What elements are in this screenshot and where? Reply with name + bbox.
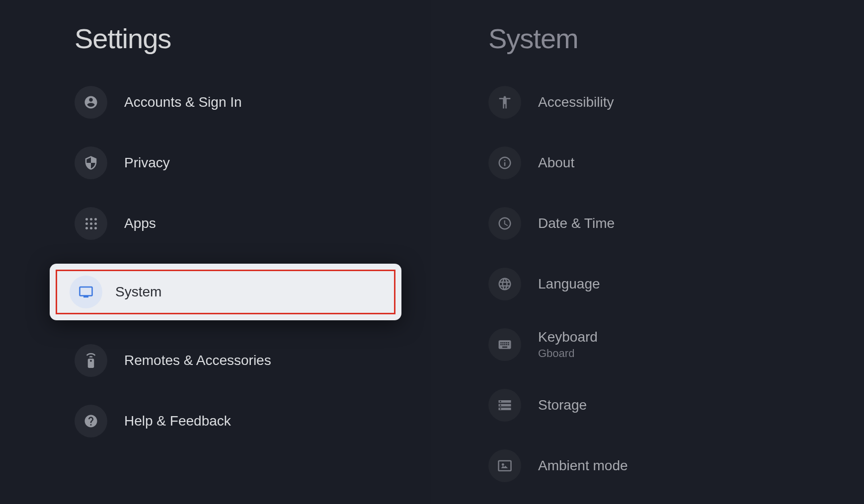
clock-icon [488, 207, 521, 240]
menu-item-apps[interactable]: Apps [75, 203, 431, 244]
menu-label: Date & Time [538, 216, 615, 231]
menu-item-remotes[interactable]: Remotes & Accessories [75, 340, 431, 381]
apps-icon [75, 207, 107, 240]
menu-label: Remotes & Accessories [124, 353, 271, 368]
menu-label: System [115, 284, 161, 300]
menu-sublabel: Gboard [538, 347, 598, 360]
menu-label: Ambient mode [538, 458, 628, 474]
menu-item-accounts[interactable]: Accounts & Sign In [75, 82, 431, 123]
storage-icon [488, 389, 521, 422]
menu-item-datetime[interactable]: Date & Time [488, 203, 864, 244]
menu-item-keyboard[interactable]: Keyboard Gboard [488, 324, 864, 365]
info-icon [488, 146, 521, 179]
menu-item-privacy[interactable]: Privacy [75, 143, 431, 183]
menu-item-ambient[interactable]: Ambient mode [488, 445, 864, 486]
account-icon [75, 86, 107, 119]
menu-item-storage[interactable]: Storage [488, 385, 864, 426]
accessibility-icon [488, 86, 521, 119]
menu-item-help[interactable]: Help & Feedback [75, 401, 431, 441]
menu-item-about[interactable]: About [488, 143, 864, 183]
settings-panel: Settings Accounts & Sign In Privacy Apps… [0, 0, 431, 504]
menu-label: Keyboard [538, 329, 598, 345]
keyboard-icon [488, 328, 521, 361]
menu-item-accessibility[interactable]: Accessibility [488, 82, 864, 123]
menu-item-language[interactable]: Language [488, 264, 864, 304]
menu-label: Apps [124, 216, 156, 231]
menu-label: About [538, 155, 574, 171]
tv-icon [70, 276, 102, 308]
menu-label: Help & Feedback [124, 413, 231, 429]
remote-icon [75, 344, 107, 377]
menu-label: Language [538, 276, 600, 292]
globe-icon [488, 268, 521, 300]
shield-icon [75, 146, 107, 179]
menu-label: Accounts & Sign In [124, 94, 242, 110]
menu-label: Storage [538, 397, 587, 413]
menu-label: Privacy [124, 155, 170, 171]
system-title: System [488, 22, 864, 55]
menu-label: Accessibility [538, 94, 614, 110]
settings-title: Settings [75, 22, 431, 55]
system-panel: System Accessibility About Date & Time L… [431, 0, 864, 504]
help-icon [75, 405, 107, 437]
ambient-icon [488, 449, 521, 482]
menu-item-system[interactable]: System [50, 264, 401, 320]
